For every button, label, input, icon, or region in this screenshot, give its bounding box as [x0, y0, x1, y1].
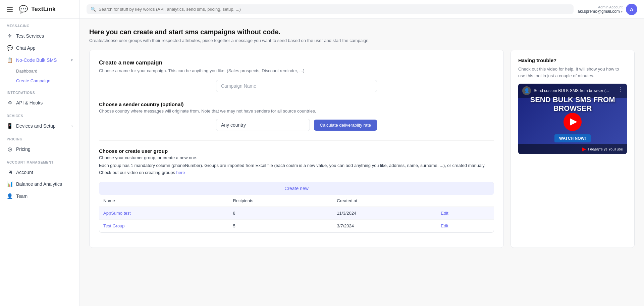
api-icon: ⚙ [7, 100, 13, 106]
create-new-button[interactable]: Create new [99, 182, 494, 195]
yt-watch-button[interactable]: WATCH NOW! [554, 134, 591, 142]
sidebar-item-api-hooks[interactable]: ⚙ API & Hooks [0, 97, 79, 109]
sidebar-item-label: API & Hooks [16, 100, 43, 105]
app-container: 💬 TextLink MESSAGING ✈ Test Services 💬 C… [0, 0, 644, 306]
sidebar-item-label: Pricing [16, 146, 31, 152]
calculate-rate-button[interactable]: Calculate deliverablity rate [314, 120, 377, 131]
country-select[interactable]: Any country [216, 119, 310, 131]
group-created-at: 3/7/2024 [333, 219, 437, 232]
logo-area: 💬 TextLink [0, 0, 79, 19]
sidebar-item-pricing[interactable]: ◎ Pricing [0, 143, 79, 155]
youtube-thumbnail[interactable]: 👤 Send custom BULK SMS from browser (...… [518, 84, 627, 154]
section-label-messaging: MESSAGING [0, 19, 79, 30]
sender-section-desc: Choose country where messages will origi… [99, 108, 494, 114]
topbar: 🔍 Admin Account aki.spremo@gmail.com ▾ A [80, 0, 644, 19]
sidebar-item-label: Devices and Setup [16, 123, 56, 129]
yt-bottom-bar: ▶ Гледајте уз YouTube [518, 144, 627, 154]
page-header: Here you can create and start sms campai… [89, 28, 635, 43]
col-created-at: Created at [333, 195, 437, 207]
user-info[interactable]: Admin Account aki.spremo@gmail.com ▾ A [578, 4, 637, 15]
hamburger-button[interactable] [7, 7, 13, 12]
sidebar-item-label: Balance and Analytics [16, 181, 62, 187]
user-email: aki.spremo@gmail.com ▾ [578, 9, 623, 14]
sidebar-item-test-services[interactable]: ✈ Test Services [0, 30, 79, 42]
group-name-link[interactable]: AppSumo test [103, 211, 131, 216]
help-title: Having trouble? [518, 57, 627, 63]
sidebar-sub-menu: Dashboard Create Campaign [0, 66, 79, 86]
yt-play-button[interactable] [564, 113, 582, 131]
user-group-note: Each group has 1 mandatory column (phone… [99, 162, 494, 176]
sidebar-item-label: Team [16, 193, 28, 199]
country-row: Any country Calculate deliverablity rate [216, 119, 377, 131]
col-actions [437, 195, 494, 207]
avatar: A [626, 4, 637, 15]
group-name-link[interactable]: Test Group [103, 223, 125, 228]
groups-table: Name Recipients Created at AppSumo test … [99, 195, 494, 232]
search-bar[interactable]: 🔍 [87, 4, 574, 14]
page-title: Here you can create and start sms campai… [89, 28, 635, 36]
sidebar-item-account[interactable]: 🖥 Account [0, 166, 79, 178]
sidebar-item-team[interactable]: 👤 Team [0, 190, 79, 202]
sidebar-item-bulk-sms[interactable]: 📋 No-Code Bulk SMS ▾ [0, 54, 79, 66]
user-role: Admin Account [578, 5, 623, 9]
user-details: Admin Account aki.spremo@gmail.com ▾ [578, 5, 623, 14]
section-label-integrations: INTEGRATIONS [0, 86, 79, 97]
yt-inner: 👤 Send custom BULK SMS from browser (...… [518, 84, 627, 154]
device-icon: 📱 [7, 123, 13, 129]
dropdown-arrow-icon: ▾ [621, 10, 623, 13]
user-group-title: Choose or create user group [99, 148, 494, 154]
search-icon: 🔍 [91, 7, 96, 12]
table-row: Test Group 5 3/7/2024 Edit [99, 219, 494, 232]
sidebar: 💬 TextLink MESSAGING ✈ Test Services 💬 C… [0, 0, 80, 306]
content-area: Here you can create and start sms campai… [80, 19, 644, 306]
bulk-sms-icon: 📋 [7, 57, 13, 63]
yt-main-text: SEND BULK SMS FROM BROWSER [518, 95, 627, 113]
campaign-name-input[interactable] [216, 80, 377, 92]
table-row: AppSumo test 8 11/3/2024 Edit [99, 207, 494, 219]
sidebar-item-label: No-Code Bulk SMS [16, 57, 57, 63]
analytics-icon: 📊 [7, 181, 13, 187]
section-label-account-mgmt: ACCOUNT MANAGEMENT [0, 155, 79, 166]
section-label-devices: DEVICES [0, 109, 79, 120]
sidebar-item-devices-setup[interactable]: 📱 Devices and Setup › [0, 120, 79, 132]
card-title: Create a new campaign [99, 59, 494, 66]
group-recipients: 5 [229, 219, 333, 232]
here-link[interactable]: here [176, 170, 185, 175]
account-icon: 🖥 [7, 169, 13, 175]
yt-bottom-label: Гледајте уз YouTube [588, 147, 623, 151]
sidebar-item-balance-analytics[interactable]: 📊 Balance and Analytics [0, 178, 79, 190]
sender-section-title: Choose a sender country (optional) [99, 101, 494, 107]
team-icon: 👤 [7, 193, 13, 199]
sidebar-item-label: Chat App [16, 45, 36, 51]
edit-group-link[interactable]: Edit [441, 211, 448, 216]
sidebar-sub-create-campaign[interactable]: Create Campaign [16, 76, 79, 86]
plane-icon: ✈ [7, 33, 13, 39]
chevron-down-icon: ▾ [71, 58, 73, 62]
section-label-pricing: PRICING [0, 132, 79, 143]
campaign-card: Create a new campaign Choose a name for … [89, 50, 504, 248]
main-area: 🔍 Admin Account aki.spremo@gmail.com ▾ A… [80, 0, 644, 306]
sidebar-sub-dashboard[interactable]: Dashboard [16, 66, 79, 76]
user-group-section: Choose or create user group Choose your … [99, 140, 494, 233]
user-group-desc: Choose your custumer group, or create a … [99, 155, 494, 160]
card-subtitle: Choose a name for your campaign. This ca… [99, 68, 494, 73]
sidebar-item-chat-app[interactable]: 💬 Chat App [0, 42, 79, 54]
search-input[interactable] [99, 7, 570, 12]
page-subtitle: Create/choose user groups with their res… [89, 38, 635, 43]
pricing-icon: ◎ [7, 146, 13, 152]
chevron-right-icon: › [71, 124, 73, 128]
chat-icon: 💬 [7, 45, 13, 51]
col-name: Name [99, 195, 229, 207]
logo-icon: 💬 [19, 5, 28, 14]
col-recipients: Recipients [229, 195, 333, 207]
logo-text: TextLink [31, 6, 56, 13]
help-desc: Check out this video for help. It will s… [518, 66, 627, 79]
sidebar-item-label: Test Services [16, 33, 44, 39]
yt-logo-icon: ▶ [582, 146, 586, 152]
group-recipients: 8 [229, 207, 333, 219]
help-card: Having trouble? Check out this video for… [511, 50, 635, 248]
group-created-at: 11/3/2024 [333, 207, 437, 219]
content-grid: Create a new campaign Choose a name for … [89, 50, 635, 248]
sidebar-item-label: Account [16, 170, 33, 175]
edit-group-link[interactable]: Edit [441, 223, 448, 228]
